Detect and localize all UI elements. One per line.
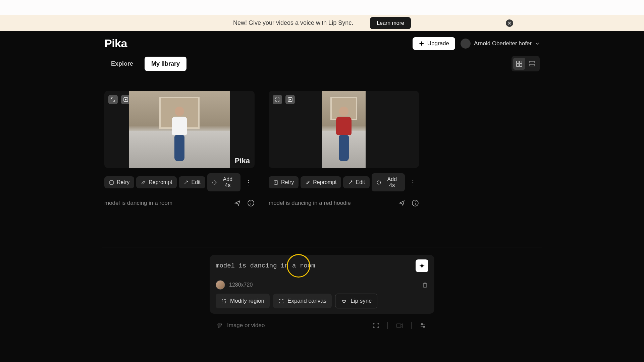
share-button[interactable]: [398, 199, 406, 207]
svg-rect-2: [517, 64, 519, 66]
info-icon: [412, 199, 419, 207]
retry-button[interactable]: Retry: [269, 176, 299, 188]
settings-button[interactable]: [420, 322, 426, 329]
camera-icon: [396, 322, 403, 329]
remove-attachment-button[interactable]: [422, 282, 428, 288]
svg-rect-1: [520, 61, 522, 63]
svg-rect-12: [274, 181, 278, 184]
grid-view-button[interactable]: [513, 58, 525, 70]
info-icon: [247, 199, 255, 207]
svg-rect-4: [529, 61, 535, 63]
play-icon: [123, 97, 128, 102]
edit-button[interactable]: Edit: [179, 176, 205, 188]
browser-chrome: [0, 0, 644, 15]
modify-region-button[interactable]: Modify region: [216, 294, 270, 308]
app-logo[interactable]: Pika: [104, 37, 127, 50]
crop-icon: [221, 298, 227, 304]
wand-icon: [183, 180, 189, 185]
reprompt-button[interactable]: Reprompt: [301, 176, 341, 188]
list-view-button[interactable]: [526, 58, 538, 70]
attached-media-thumbnail[interactable]: [216, 280, 225, 290]
user-menu[interactable]: Arnold Oberleiter hofer: [461, 39, 540, 49]
upgrade-button[interactable]: Upgrade: [413, 37, 455, 50]
expand-media-button[interactable]: [108, 95, 118, 104]
svg-rect-0: [517, 61, 519, 63]
info-button[interactable]: [412, 199, 419, 207]
edit-button[interactable]: Edit: [343, 176, 370, 188]
tab-explore[interactable]: Explore: [104, 57, 140, 71]
announcement-bar: New! Give your videos a voice with Lip S…: [0, 15, 644, 31]
aspect-ratio-button[interactable]: [373, 322, 379, 329]
close-icon: [508, 21, 511, 25]
tabs-row: Explore My library: [102, 56, 542, 71]
expand-canvas-button[interactable]: Expand canvas: [273, 294, 332, 308]
svg-rect-16: [222, 299, 226, 303]
play-media-button[interactable]: [285, 95, 295, 104]
learn-more-button[interactable]: Learn more: [370, 17, 411, 29]
retry-icon: [273, 180, 278, 185]
svg-rect-7: [110, 181, 113, 184]
add-4s-button[interactable]: Add 4s: [207, 173, 240, 191]
lip-sync-button[interactable]: Lip sync: [335, 294, 377, 308]
frame-icon: [373, 322, 379, 329]
lips-icon: [341, 298, 347, 304]
media-dimensions: 1280x720: [229, 282, 253, 288]
video-caption: model is dancing in a red hoodie: [269, 200, 351, 206]
add-4s-button[interactable]: Add 4s: [372, 173, 405, 191]
svg-rect-5: [529, 64, 535, 66]
attach-label[interactable]: Image or video: [227, 322, 265, 329]
svg-rect-17: [396, 324, 401, 327]
svg-rect-3: [520, 64, 522, 66]
add-time-icon: [212, 180, 217, 185]
view-toggle: [512, 56, 540, 71]
share-button[interactable]: [234, 199, 241, 207]
svg-point-10: [251, 201, 251, 202]
video-thumbnail[interactable]: [269, 91, 419, 168]
edit-prompt-icon: [141, 180, 146, 185]
more-actions-button[interactable]: ⋮: [407, 177, 419, 188]
sparkle-icon: [419, 263, 425, 269]
svg-point-18: [421, 323, 423, 325]
play-icon: [288, 97, 292, 102]
watermark: Pika: [235, 157, 250, 165]
expand-canvas-icon: [278, 298, 284, 304]
add-time-icon: [376, 180, 381, 185]
more-actions-button[interactable]: ⋮: [243, 177, 255, 188]
paperclip-icon: [216, 322, 222, 329]
avatar: [461, 39, 471, 49]
svg-point-15: [415, 201, 416, 202]
retry-button[interactable]: Retry: [104, 176, 134, 188]
retry-icon: [109, 180, 114, 185]
video-card: Pika Retry Reprompt Edit: [104, 91, 255, 207]
divider: [411, 322, 412, 329]
user-name: Arnold Oberleiter hofer: [474, 40, 532, 47]
app-topbar: Pika Upgrade Arnold Oberleiter hofer: [102, 37, 542, 50]
info-button[interactable]: [247, 199, 255, 207]
camera-button[interactable]: [396, 322, 403, 329]
prompt-input[interactable]: [216, 262, 412, 269]
video-thumbnail[interactable]: Pika: [104, 91, 255, 168]
share-icon: [234, 199, 241, 207]
generate-button[interactable]: [416, 259, 428, 272]
chevron-down-icon: [535, 41, 540, 46]
svg-point-19: [423, 326, 425, 327]
trash-icon: [422, 282, 428, 288]
expand-media-button[interactable]: [273, 95, 282, 104]
grid-icon: [516, 61, 522, 67]
video-grid: Pika Retry Reprompt Edit: [102, 91, 542, 207]
video-caption: model is dancing in a room: [104, 200, 172, 206]
divider: [102, 247, 542, 247]
close-announcement-button[interactable]: [506, 19, 513, 27]
video-card: Retry Reprompt Edit Add 4s ⋮: [269, 91, 419, 207]
reprompt-button[interactable]: Reprompt: [136, 176, 177, 188]
attachment-bar: Image or video: [210, 316, 434, 329]
upgrade-label: Upgrade: [427, 40, 449, 47]
tab-my-library[interactable]: My library: [145, 57, 186, 71]
list-icon: [529, 61, 535, 67]
share-icon: [398, 199, 406, 207]
focus-icon: [275, 97, 280, 102]
expand-icon: [111, 97, 115, 102]
sliders-icon: [420, 322, 426, 329]
prompt-composer: 1280x720 Modify region Expand canvas: [210, 255, 434, 314]
divider: [387, 322, 388, 329]
